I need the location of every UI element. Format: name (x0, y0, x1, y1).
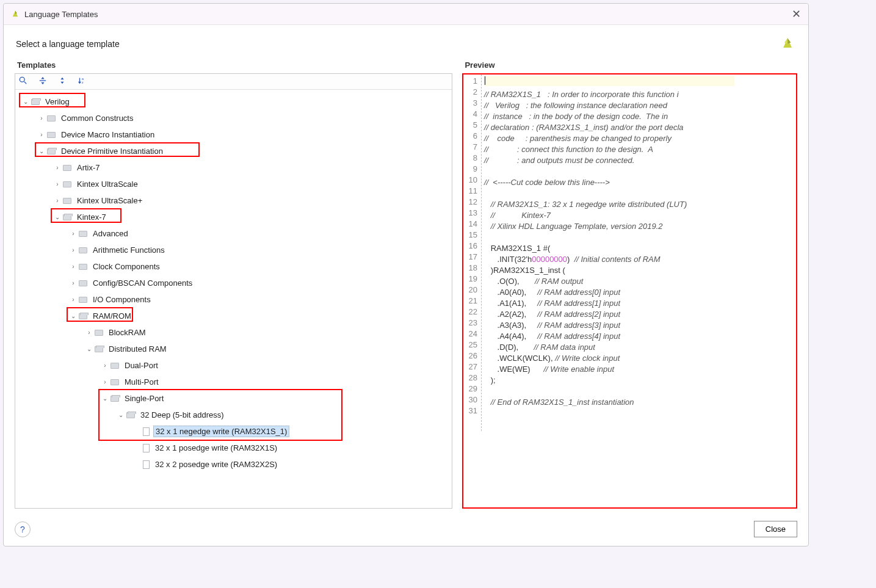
code-lines[interactable]: // RAM32X1S_1 : In order to incorporate … (482, 74, 737, 431)
svg-line-6 (24, 82, 27, 84)
svg-marker-11 (60, 82, 63, 84)
chevron-down-icon[interactable]: ⌄ (85, 346, 93, 352)
folder-icon (126, 412, 135, 418)
tree-item[interactable]: ›Multi-Port (16, 374, 452, 390)
chevron-down-icon[interactable]: ⌄ (117, 412, 125, 418)
chevron-right-icon[interactable]: › (69, 296, 78, 303)
tree-item[interactable]: ›Artix-7 (16, 159, 452, 176)
folder-icon (110, 396, 119, 402)
svg-text:z: z (82, 81, 84, 84)
tree-item[interactable]: ›Common Constructs (16, 110, 452, 126)
tree-item[interactable]: ⌄Device Primitive Instantiation (16, 143, 452, 159)
folder-icon (110, 379, 119, 385)
tree-item[interactable]: ›Clock Components (16, 258, 452, 275)
tree-item[interactable]: ⌄Distributed RAM (16, 341, 452, 357)
folder-icon (63, 198, 71, 204)
folder-icon (110, 363, 119, 369)
folder-icon (79, 313, 87, 319)
search-icon[interactable] (19, 76, 27, 87)
file-icon (143, 460, 150, 469)
tree-item[interactable]: ›I/O Components (16, 291, 452, 308)
tree-item-label: 32 x 1 negedge write (RAM32X1S_1) (153, 426, 289, 437)
tree-item[interactable]: ›Kintex UltraScale+ (16, 192, 452, 209)
close-icon[interactable]: ✕ (792, 7, 801, 21)
chevron-right-icon[interactable]: › (101, 362, 109, 369)
tree-item[interactable]: 32 x 1 posedge write (RAM32X1S) (16, 440, 452, 456)
chevron-down-icon[interactable]: ⌄ (21, 98, 30, 105)
tree-item-label: Device Primitive Instantiation (59, 146, 165, 156)
tree-item[interactable]: ›Arithmetic Functions (16, 242, 452, 258)
svg-marker-9 (41, 82, 44, 85)
tree-item-label: Clock Components (91, 261, 162, 272)
chevron-right-icon[interactable]: › (37, 131, 46, 138)
folder-icon (79, 247, 87, 253)
tree-item[interactable]: ›Kintex UltraScale (16, 176, 452, 192)
chevron-right-icon[interactable]: › (53, 197, 62, 204)
chevron-right-icon[interactable]: › (85, 329, 93, 336)
chevron-right-icon[interactable]: › (69, 263, 78, 270)
tree-item[interactable]: ›Config/BSCAN Components (16, 275, 452, 291)
tree-item-label: 32 Deep (5-bit address) (139, 410, 226, 420)
preview-box: 1 2 3 4 5 6 7 8 9 10 11 12 13 14 15 16 1… (462, 73, 797, 509)
tree-item[interactable]: ›BlockRAM (16, 324, 452, 341)
tree-item-label: Common Constructs (59, 113, 135, 123)
tree-item[interactable]: ⌄RAM/ROM (16, 308, 452, 324)
folder-icon (79, 264, 87, 270)
tree-item[interactable]: 32 x 1 negedge write (RAM32X1S_1) (16, 423, 452, 440)
svg-marker-4 (784, 38, 787, 44)
chevron-right-icon[interactable]: › (69, 247, 78, 253)
tree-item-label: Kintex UltraScale (75, 179, 140, 189)
chevron-right-icon[interactable]: › (53, 181, 62, 187)
chevron-down-icon[interactable]: ⌄ (37, 148, 46, 154)
tree-item-label: I/O Components (91, 294, 153, 305)
chevron-down-icon[interactable]: ⌄ (69, 313, 78, 319)
tree-item-label: Single-Port (123, 393, 165, 404)
tree-item[interactable]: ⌄Verilog (16, 93, 452, 110)
tree-view[interactable]: ⌄Verilog›Common Constructs›Device Macro … (15, 90, 452, 508)
app-logo-icon (11, 10, 20, 18)
svg-text:a: a (82, 77, 84, 81)
chevron-right-icon[interactable]: › (53, 164, 62, 171)
tree-item-label: Multi-Port (123, 377, 161, 387)
chevron-down-icon[interactable]: ⌄ (53, 214, 62, 220)
folder-icon (95, 330, 103, 336)
help-button[interactable]: ? (15, 521, 31, 537)
chevron-down-icon[interactable]: ⌄ (101, 395, 109, 402)
chevron-right-icon[interactable]: › (69, 280, 78, 286)
tree-item[interactable]: ⌄32 Deep (5-bit address) (16, 407, 452, 423)
tree-item-label: Dual-Port (123, 360, 160, 371)
chevron-right-icon[interactable]: › (101, 379, 109, 385)
tree-item[interactable]: ›Device Macro Instantiation (16, 126, 452, 143)
window-title: Language Templates (24, 10, 792, 19)
preview-header: Preview (462, 58, 797, 73)
tree-item-label: Arithmetic Functions (91, 245, 167, 255)
tree-item-label: BlockRAM (107, 327, 148, 338)
collapse-all-icon[interactable] (38, 76, 47, 87)
tree-item-label: Config/BSCAN Components (91, 278, 194, 288)
tree-item-label: 32 x 2 posedge write (RAM32X2S) (153, 459, 279, 470)
expand-all-icon[interactable] (58, 76, 67, 87)
chevron-right-icon[interactable]: › (69, 230, 78, 237)
tree-item[interactable]: ⌄Kintex-7 (16, 209, 452, 225)
tree-item[interactable]: ›Advanced (16, 225, 452, 242)
tree-item[interactable]: 32 x 2 posedge write (RAM32X2S) (16, 456, 452, 473)
header-row: Select a language template (4, 25, 808, 58)
tree-item[interactable]: ›Dual-Port (16, 357, 452, 374)
svg-point-5 (20, 77, 24, 82)
chevron-right-icon[interactable]: › (37, 115, 46, 122)
line-gutter: 1 2 3 4 5 6 7 8 9 10 11 12 13 14 15 16 1… (463, 74, 481, 431)
folder-icon (47, 148, 56, 154)
folder-icon (79, 231, 87, 237)
footer: ? Close (4, 515, 808, 546)
tree-item[interactable]: ⌄Single-Port (16, 390, 452, 407)
titlebar: Language Templates ✕ (4, 4, 808, 25)
tree-item-label: Distributed RAM (107, 344, 168, 354)
svg-marker-8 (41, 77, 44, 79)
svg-marker-13 (78, 82, 81, 84)
dialog-window: Language Templates ✕ Select a language t… (3, 3, 809, 546)
preview-panel: Preview 1 2 3 4 5 6 7 8 9 10 11 12 13 14… (462, 58, 797, 509)
preview-scroll[interactable]: 1 2 3 4 5 6 7 8 9 10 11 12 13 14 15 16 1… (463, 74, 796, 507)
close-button[interactable]: Close (754, 521, 797, 537)
sort-settings-icon[interactable]: az (78, 76, 86, 87)
vendor-logo-icon (780, 36, 796, 52)
